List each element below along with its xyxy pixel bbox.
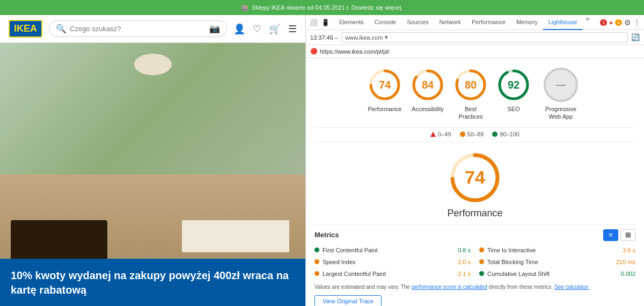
legend-orange-icon — [460, 132, 465, 137]
big-score-circle: 74 — [448, 151, 502, 205]
devtools-url-bar: 🔴 https://www.ikea.com/pl/pl/ — [306, 45, 644, 58]
metrics-grid: First Contentful Paint 0.8 s Time to Int… — [314, 245, 635, 279]
warning-badge: 4 — [615, 19, 622, 26]
error-icon: ● — [609, 19, 613, 26]
fcp-dot — [314, 247, 319, 252]
score-calculated-link[interactable]: performance score is calculated — [412, 284, 487, 290]
tab-console[interactable]: Console — [369, 15, 401, 30]
big-performance-label: Performance — [447, 208, 502, 219]
tab-memory[interactable]: Memory — [511, 15, 543, 30]
seo-score: 92 — [508, 79, 519, 91]
error-badge: 1 — [600, 19, 607, 26]
legend-low-label: 0–49 — [438, 131, 451, 137]
ikea-panel: IKEA 🔍 📷 👤 ♡ 🛒 ☰ 10% k — [0, 15, 306, 306]
furniture-light — [182, 220, 289, 252]
hero-text: 10% kwoty wydanej na zakupy powyżej 400z… — [11, 268, 295, 297]
score-item-pwa: — Progressive Web App — [539, 68, 582, 121]
settings-icon[interactable]: ⚙ — [624, 18, 631, 27]
score-item-seo: 92 SEO — [496, 68, 531, 113]
devtools-right-icons: 1 ● 4 ⚙ ⋮ — [600, 18, 641, 27]
furniture-dark — [11, 220, 107, 263]
search-icon: 🔍 — [56, 24, 67, 34]
metrics-header: Metrics ≡ ⊞ — [314, 229, 635, 241]
ikea-header: IKEA 🔍 📷 👤 ♡ 🛒 ☰ — [0, 15, 305, 43]
tti-name: Time to Interactive — [487, 247, 619, 253]
score-circle-pwa: — — [544, 68, 578, 102]
ikea-logo[interactable]: IKEA — [9, 20, 42, 38]
tab-network[interactable]: Network — [434, 15, 466, 30]
tti-dot — [479, 247, 484, 252]
notification-bar: 🏬 Sklepy IKEA otwarte od 04.05.2021 r. D… — [0, 0, 644, 15]
cls-name: Cumulative Layout Shift — [487, 271, 617, 277]
account-icon[interactable]: 👤 — [233, 23, 245, 35]
header-icons: 👤 ♡ 🛒 ☰ — [233, 23, 297, 35]
search-input[interactable] — [70, 25, 206, 33]
store-icon: 🏬 — [241, 4, 248, 11]
search-bar[interactable]: 🔍 📷 — [49, 20, 227, 37]
best-practices-score: 80 — [465, 79, 477, 91]
metric-tbt: Total Blocking Time 210 ms — [479, 257, 635, 267]
accessibility-score: 84 — [422, 79, 434, 91]
wishlist-icon[interactable]: ♡ — [253, 23, 261, 35]
tab-sources[interactable]: Sources — [401, 15, 434, 30]
score-circle-seo: 92 — [496, 68, 531, 102]
accessibility-label: Accessibility — [412, 105, 444, 113]
camera-icon[interactable]: 📷 — [209, 24, 220, 34]
si-dot — [314, 259, 319, 264]
menu-icon[interactable]: ☰ — [288, 23, 297, 35]
address-bar-url[interactable]: www.ikea.com ▾ — [341, 32, 628, 42]
grid-view-button[interactable]: ≡ — [603, 229, 618, 241]
timestamp: 13:37:46 – — [310, 34, 338, 41]
main-split: IKEA 🔍 📷 👤 ♡ 🛒 ☰ 10% k — [0, 15, 644, 306]
devtools-address-bar: 13:37:46 – www.ikea.com ▾ 🔄 — [306, 30, 644, 45]
fcp-name: First Contentful Paint — [323, 247, 455, 253]
lighthouse-content: 74 Performance 84 Accessibility — [306, 58, 644, 306]
legend-low: 0–49 — [430, 131, 451, 137]
notification-text: Sklepy IKEA otwarte od 04.05.2021 r. Dow… — [252, 4, 402, 11]
lcp-value: 2.1 s — [458, 271, 471, 277]
si-name: Speed Index — [323, 259, 455, 265]
tti-value: 3.6 s — [623, 247, 635, 253]
legend-red-icon — [430, 132, 436, 137]
toolbar-icons: ⬜ 📱 — [309, 18, 330, 27]
legend-mid: 50–89 — [460, 131, 484, 137]
inspect-icon[interactable]: ⬜ — [309, 18, 318, 27]
legend-high-label: 90–100 — [500, 131, 519, 137]
hero-overlay: 10% kwoty wydanej na zakupy powyżej 400z… — [0, 259, 305, 306]
devtools-panel: ⬜ 📱 Elements Console Sources Network Per… — [306, 15, 644, 306]
big-score-section: 74 Performance Metrics ≡ ⊞ — [314, 148, 635, 306]
cart-icon[interactable]: 🛒 — [269, 23, 281, 35]
see-calculator-link[interactable]: See calculator. — [554, 284, 590, 290]
dropdown-arrow[interactable]: ▾ — [385, 34, 388, 41]
list-view-button[interactable]: ⊞ — [620, 229, 635, 241]
performance-score: 74 — [379, 79, 391, 91]
metrics-title: Metrics — [314, 231, 339, 239]
device-icon[interactable]: 📱 — [321, 18, 330, 27]
score-circle-accessibility: 84 — [411, 68, 445, 102]
ikea-hero: 10% kwoty wydanej na zakupy powyżej 400z… — [0, 43, 305, 306]
url-short: www.ikea.com — [345, 34, 383, 41]
seo-label: SEO — [507, 105, 519, 113]
cls-dot — [479, 271, 484, 276]
view-trace-button[interactable]: View Original Trace — [314, 295, 382, 306]
more-tabs-icon[interactable]: » — [582, 15, 592, 30]
legend-mid-label: 50–89 — [467, 131, 484, 137]
score-item-performance: 74 Performance — [368, 68, 402, 113]
more-options-icon[interactable]: ⋮ — [633, 18, 641, 27]
tab-elements[interactable]: Elements — [334, 15, 369, 30]
lcp-dot — [314, 271, 319, 276]
reload-icon[interactable]: 🔄 — [631, 33, 640, 41]
lcp-name: Largest Contentful Paint — [323, 271, 455, 277]
devtools-tabs: Elements Console Sources Network Perform… — [334, 15, 598, 30]
legend-green-icon — [492, 132, 497, 137]
cls-value: 0.002 — [620, 271, 635, 277]
tab-lighthouse[interactable]: Lighthouse — [543, 15, 583, 30]
tab-performance[interactable]: Performance — [466, 15, 511, 30]
score-circle-best-practices: 80 — [453, 68, 488, 102]
lamp — [134, 54, 172, 75]
metrics-note: Values are estimated and may vary. The p… — [314, 283, 635, 291]
fcp-value: 0.8 s — [458, 247, 471, 253]
url-full: https://www.ikea.com/pl/pl/ — [320, 48, 390, 55]
scores-row: 74 Performance 84 Accessibility — [314, 63, 635, 127]
big-performance-score: 74 — [465, 167, 485, 188]
